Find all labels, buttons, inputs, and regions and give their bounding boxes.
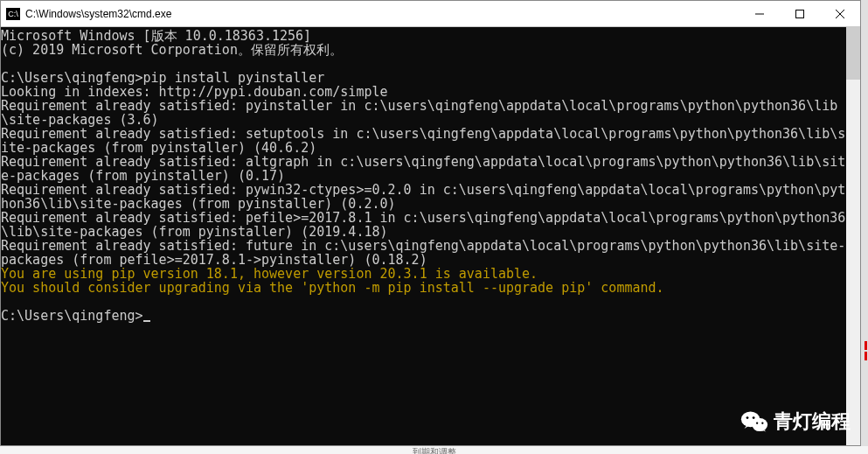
output-line: Requirement already satisfied: pywin32-c… bbox=[1, 182, 845, 212]
window-controls bbox=[740, 1, 860, 27]
prompt: C:\Users\qingfeng> bbox=[1, 308, 143, 324]
svg-point-7 bbox=[753, 416, 755, 419]
cmd-icon: C:\ bbox=[6, 8, 20, 20]
cmd-window: C:\ C:\Windows\system32\cmd.exe Microsof… bbox=[0, 0, 861, 446]
window-title: C:\Windows\system32\cmd.exe bbox=[25, 8, 740, 20]
bottom-strip: 到期和调整 bbox=[0, 446, 868, 454]
titlebar[interactable]: C:\ C:\Windows\system32\cmd.exe bbox=[1, 1, 860, 27]
output-line: Requirement already satisfied: pyinstall… bbox=[1, 98, 837, 128]
svg-point-9 bbox=[761, 423, 763, 424]
terminal-output[interactable]: Microsoft Windows [版本 10.0.18363.1256] (… bbox=[1, 27, 846, 445]
close-button[interactable] bbox=[820, 1, 860, 27]
output-line: Requirement already satisfied: future in… bbox=[1, 238, 845, 268]
watermark-text: 青灯编程 bbox=[774, 409, 851, 435]
warning-line: You should consider upgrading via the 'p… bbox=[1, 280, 664, 296]
edit-markers bbox=[865, 341, 868, 367]
svg-point-6 bbox=[746, 416, 749, 419]
svg-point-8 bbox=[756, 423, 758, 424]
wechat-icon bbox=[740, 409, 768, 434]
output-line: Requirement already satisfied: setuptool… bbox=[1, 126, 845, 156]
maximize-button[interactable] bbox=[780, 1, 820, 27]
bottom-text: 到期和调整 bbox=[413, 447, 456, 454]
scrollbar-thumb[interactable] bbox=[846, 27, 860, 80]
svg-point-5 bbox=[752, 418, 767, 431]
terminal-area: Microsoft Windows [版本 10.0.18363.1256] (… bbox=[1, 27, 860, 445]
watermark: 青灯编程 bbox=[740, 409, 851, 435]
output-line: Requirement already satisfied: pefile>=2… bbox=[1, 210, 845, 240]
red-marker bbox=[865, 341, 867, 350]
copyright-line: (c) 2019 Microsoft Corporation。保留所有权利。 bbox=[1, 42, 343, 58]
cursor bbox=[143, 320, 150, 322]
output-line: Requirement already satisfied: altgraph … bbox=[1, 154, 845, 184]
vertical-scrollbar[interactable] bbox=[846, 27, 860, 445]
red-marker bbox=[865, 352, 867, 360]
minimize-button[interactable] bbox=[740, 1, 780, 27]
svg-rect-1 bbox=[796, 10, 804, 17]
